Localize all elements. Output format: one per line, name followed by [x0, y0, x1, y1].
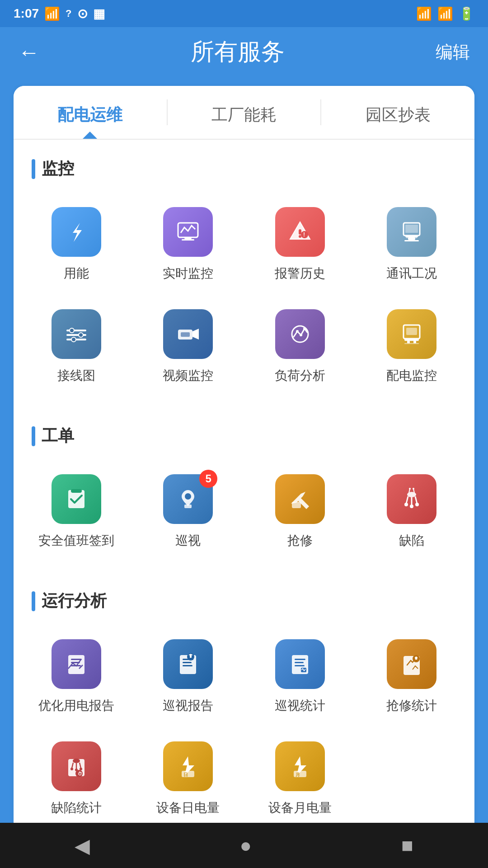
svg-rect-33 — [71, 489, 82, 493]
svg-point-66 — [73, 759, 80, 763]
comm-icon-wrap — [387, 207, 436, 257]
item-defect-stat[interactable]: ⏱ 缺陷统计 — [23, 732, 130, 826]
item-elec-report[interactable]: 优化用电报告 — [23, 630, 130, 723]
status-bar-right: 📶 📶 🔋 — [416, 6, 474, 21]
nav-square-button[interactable]: ■ — [401, 834, 413, 857]
video-label: 视频监控 — [163, 367, 213, 384]
analysis-grid: 优化用电报告 巡视报告 — [14, 630, 474, 839]
item-repair[interactable]: 抢修 — [246, 465, 354, 558]
item-comm[interactable]: 通讯工况 — [358, 198, 466, 291]
svg-line-38 — [406, 496, 408, 504]
wiring-icon-wrap — [52, 309, 101, 359]
status-bar-left: 1:07 📶 ? ⊙ ▦ — [14, 6, 105, 21]
tab-distribution[interactable]: 配电运维 — [14, 86, 167, 139]
comm-label: 通讯工况 — [386, 265, 437, 282]
item-day-elec[interactable]: 日 设备日电量 — [135, 732, 242, 826]
battery-icon: 🔋 — [459, 6, 474, 21]
status-bar: 1:07 📶 ? ⊙ ▦ 📶 📶 🔋 — [0, 0, 488, 27]
repair-icon-wrap — [275, 474, 325, 524]
nav-bar: ◀ ● ■ — [0, 823, 488, 868]
header: ← 所有服务 编辑 — [0, 27, 488, 77]
svg-point-71 — [80, 768, 82, 770]
realtime-label: 实时监控 — [163, 265, 213, 282]
svg-rect-30 — [413, 341, 416, 343]
back-button[interactable]: ← — [18, 40, 40, 65]
svg-rect-9 — [405, 236, 418, 237]
svg-marker-20 — [192, 329, 199, 340]
svg-text:!: ! — [303, 231, 305, 238]
section-analysis: 运行分析 — [14, 572, 474, 630]
section-monitor: 监控 — [14, 140, 474, 198]
svg-text:日: 日 — [183, 772, 188, 777]
item-realtime[interactable]: 实时监控 — [135, 198, 242, 291]
load-icon-wrap — [275, 309, 325, 359]
checkin-icon-wrap — [52, 474, 101, 524]
alarm-icon-wrap: ! — [275, 207, 325, 257]
svg-rect-8 — [405, 225, 418, 233]
elec-report-icon-wrap — [52, 639, 101, 689]
defect-stat-label: 缺陷统计 — [51, 799, 102, 816]
signal-icon: 📶 — [437, 6, 453, 21]
repair-stat-label: 抢修统计 — [386, 697, 437, 714]
section-indicator-2 — [32, 426, 35, 446]
item-patrol[interactable]: 5 巡视 — [135, 465, 242, 558]
item-checkin[interactable]: 安全值班签到 — [23, 465, 130, 558]
svg-point-23 — [296, 330, 299, 333]
svg-rect-12 — [406, 237, 417, 238]
wifi-status-icon: 📶 — [416, 6, 432, 21]
svg-rect-55 — [183, 665, 192, 666]
item-power[interactable]: 配电监控 — [358, 300, 466, 393]
defect-stat-icon-wrap: ⏱ — [52, 741, 101, 791]
load-label: 负荷分析 — [275, 367, 325, 384]
energy-icon-wrap — [52, 207, 101, 257]
item-patrol-report[interactable]: 巡视报告 — [135, 630, 242, 723]
svg-rect-3 — [299, 229, 301, 235]
svg-point-37 — [407, 492, 416, 497]
nav-back-button[interactable]: ◀ — [75, 834, 90, 857]
patrol-badge: 5 — [199, 470, 217, 488]
status-time: 1:07 — [14, 6, 39, 21]
energy-label: 用能 — [64, 265, 89, 282]
svg-rect-29 — [407, 341, 410, 343]
svg-point-17 — [79, 333, 83, 337]
tab-park[interactable]: 园区抄表 — [321, 86, 474, 139]
nav-home-button[interactable]: ● — [239, 834, 252, 857]
section-workorder: 工单 — [14, 407, 474, 465]
svg-rect-61 — [295, 665, 305, 666]
svg-rect-21 — [181, 332, 190, 337]
item-load[interactable]: 负荷分析 — [246, 300, 354, 393]
item-wiring[interactable]: 接线图 — [23, 300, 130, 393]
item-repair-stat[interactable]: 抢修统计 — [358, 630, 466, 723]
video-icon-wrap — [163, 309, 213, 359]
item-defect[interactable]: 缺陷 — [358, 465, 466, 558]
item-video[interactable]: 视频监控 — [135, 300, 242, 393]
repair-stat-icon-wrap — [387, 639, 436, 689]
svg-point-4 — [299, 235, 301, 238]
item-alarm[interactable]: ! 报警历史 — [246, 198, 354, 291]
svg-text:⏱: ⏱ — [78, 771, 82, 776]
section-workorder-title: 工单 — [32, 425, 456, 447]
svg-line-39 — [415, 496, 417, 504]
repair-label: 抢修 — [287, 532, 313, 549]
item-patrol-stat[interactable]: 巡视统计 — [246, 630, 354, 723]
svg-point-16 — [70, 328, 74, 333]
checkin-label: 安全值班签到 — [38, 532, 114, 549]
item-month-elec[interactable]: 月 设备月电量 — [246, 732, 354, 826]
svg-point-43 — [410, 505, 413, 508]
power-icon-wrap — [387, 309, 436, 359]
user-icon: ⊙ — [77, 6, 88, 21]
tab-factory[interactable]: 工厂能耗 — [168, 86, 321, 139]
defect-label: 缺陷 — [399, 532, 424, 549]
workorder-grid: 安全值班签到 5 巡视 抢修 — [14, 465, 474, 572]
section-indicator-3 — [32, 591, 35, 611]
question-icon: ? — [66, 8, 71, 19]
svg-point-25 — [303, 327, 306, 330]
svg-rect-11 — [404, 240, 419, 241]
svg-point-42 — [415, 503, 419, 506]
edit-button[interactable]: 编辑 — [436, 41, 470, 64]
svg-rect-28 — [404, 339, 419, 341]
svg-rect-2 — [182, 239, 194, 241]
svg-point-41 — [404, 503, 408, 506]
svg-rect-59 — [295, 659, 305, 660]
item-energy[interactable]: 用能 — [23, 198, 130, 291]
